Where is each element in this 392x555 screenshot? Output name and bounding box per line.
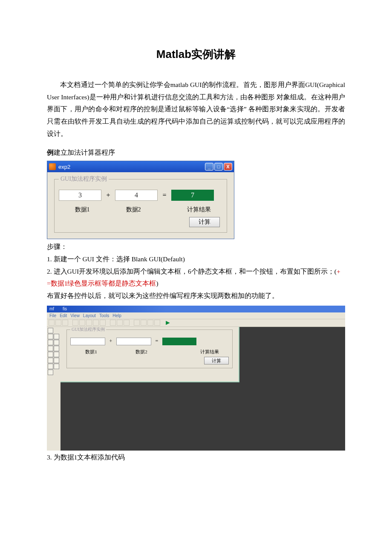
palette-popup-icon[interactable]	[48, 352, 53, 357]
example-rest: 建立加法计算器程序	[54, 149, 115, 156]
toolbar-undo-icon[interactable]	[93, 320, 99, 326]
design-plus: +	[107, 338, 115, 344]
step2-text-b: )	[156, 280, 159, 287]
toolbar-open-icon[interactable]	[55, 320, 61, 326]
palette-radio-icon[interactable]	[48, 340, 53, 345]
page-title: Matlab实例讲解	[47, 47, 345, 62]
toolbar-align-icon[interactable]	[110, 320, 116, 326]
design-groupbox: GUI加法程序实例 + = 数据1 数据2 计算结果	[66, 330, 233, 368]
toolbar-cut-icon[interactable]	[72, 320, 78, 326]
window-title: exp2	[58, 164, 70, 170]
guide-editor-window: mf fis File Edit View Layout Tools Help	[47, 306, 345, 451]
close-button[interactable]: X	[224, 163, 232, 171]
palette-checkbox-icon[interactable]	[54, 340, 59, 345]
palette-toggle-icon[interactable]	[48, 358, 53, 363]
example-heading: 例建立加法计算器程序	[47, 148, 345, 157]
palette-axes-icon[interactable]	[48, 364, 53, 369]
palette-pushbutton-icon[interactable]	[48, 334, 53, 339]
step-1: 1. 新建一个 GUI 文件：选择 Blank GUI(Default)	[47, 253, 345, 266]
guide-titlebar: mf fis	[47, 306, 345, 312]
component-palette	[47, 327, 61, 451]
toolbar-copy-icon[interactable]	[79, 320, 85, 326]
maximize-button[interactable]: □	[214, 163, 223, 171]
palette-slider-icon[interactable]	[54, 334, 59, 339]
design-canvas[interactable]: GUI加法程序实例 + = 数据1 数据2 计算结果	[61, 327, 345, 451]
design-input-row: + =	[70, 338, 229, 345]
toolbar-mfile-icon[interactable]	[147, 320, 153, 326]
result-display: 7	[171, 190, 214, 201]
menu-view[interactable]: View	[70, 313, 80, 318]
menu-layout[interactable]: Layout	[83, 313, 96, 318]
example-bold: 例	[47, 149, 54, 156]
design-label-row: 数据1 数据2 计算结果	[70, 349, 229, 355]
step2-text-c: 布置好各控件以后，就可以来为这些控件编写程序来实现两数相加的功能了。	[47, 290, 345, 302]
window-buttons: _ □ X	[205, 163, 232, 171]
step2-text-a: 2. 进入GUI开发环境以后添加两个编辑文本框，6个静态文本框，和一个按钮，布置…	[47, 268, 337, 275]
input-row: 3 + 4 = 7	[59, 190, 222, 201]
guide-title-right: fis	[63, 306, 67, 311]
toolbar-prop-icon[interactable]	[141, 320, 147, 326]
design-button-row: 计算	[70, 357, 229, 364]
guide-content: GUI加法程序实例 + = 数据1 数据2 计算结果	[47, 327, 345, 451]
palette-buttongroup-icon[interactable]	[48, 370, 53, 375]
palette-table-icon[interactable]	[54, 358, 59, 363]
menu-tools[interactable]: Tools	[99, 313, 109, 318]
design-equals: =	[153, 338, 161, 344]
intro-paragraph: 本文档通过一个简单的实例让你学会matlab GUI的制作流程。首先，图形用户界…	[47, 79, 345, 140]
design-calc-button[interactable]: 计算	[204, 357, 229, 364]
design-form[interactable]: GUI加法程序实例 + = 数据1 数据2 计算结果	[61, 327, 239, 382]
label-row: 数据1 数据2 计算结果	[59, 206, 222, 214]
button-row: 计算	[59, 217, 222, 227]
guide-menubar: File Edit View Layout Tools Help	[47, 312, 345, 319]
design-label2: 数据2	[121, 349, 162, 355]
palette-edit-icon[interactable]	[48, 346, 53, 351]
label-data1: 数据1	[59, 206, 106, 214]
toolbar-tab-icon[interactable]	[124, 320, 130, 326]
canvas-grid-bottom	[61, 382, 345, 451]
design-result	[162, 338, 196, 345]
toolbar-redo-icon[interactable]	[100, 320, 106, 326]
gui-groupbox: GUI加法程序实例 3 + 4 = 7 数据1 数据2 计算结果 计算	[54, 179, 227, 233]
toolbar-new-icon[interactable]	[49, 320, 55, 326]
menu-edit[interactable]: Edit	[60, 313, 67, 318]
menu-file[interactable]: File	[49, 313, 56, 318]
toolbar-save-icon[interactable]	[62, 320, 68, 326]
palette-select-icon[interactable]	[48, 328, 53, 333]
palette-panel-icon[interactable]	[54, 364, 59, 369]
matlab-icon	[49, 163, 56, 170]
input-data2[interactable]: 4	[115, 190, 158, 201]
toolbar-browser-icon[interactable]	[154, 320, 160, 326]
label-data2: 数据2	[106, 206, 161, 214]
equals-label: =	[159, 191, 170, 199]
steps-block: 步骤： 1. 新建一个 GUI 文件：选择 Blank GUI(Default)…	[47, 241, 345, 302]
guide-toolbar: ►	[47, 319, 345, 327]
exp2-window: exp2 _ □ X GUI加法程序实例 3 + 4 = 7 数据1 数据2 计…	[47, 161, 234, 239]
input-data1[interactable]: 3	[59, 190, 101, 201]
groupbox-legend: GUI加法程序实例	[59, 175, 109, 183]
calculate-button[interactable]: 计算	[189, 217, 220, 227]
design-input2[interactable]	[116, 338, 151, 345]
menu-help[interactable]: Help	[112, 313, 121, 318]
toolbar-paste-icon[interactable]	[86, 320, 92, 326]
step-3: 3. 为数据1文本框添加代码	[47, 451, 345, 464]
toolbar-object-icon[interactable]	[134, 320, 140, 326]
design-input1[interactable]	[70, 338, 105, 345]
minimize-button[interactable]: _	[205, 163, 213, 171]
design-legend: GUI加法程序实例	[70, 327, 106, 332]
titlebar: exp2 _ □ X	[47, 161, 234, 172]
step-2: 2. 进入GUI开发环境以后添加两个编辑文本框，6个静态文本框，和一个按钮，布置…	[47, 266, 345, 290]
palette-listbox-icon[interactable]	[54, 352, 59, 357]
steps-header: 步骤：	[47, 241, 345, 253]
guide-title-left: mf	[49, 306, 54, 311]
label-result: 计算结果	[176, 206, 222, 214]
plus-label: +	[103, 191, 113, 199]
palette-text-icon[interactable]	[54, 346, 59, 351]
design-label3: 计算结果	[190, 349, 229, 355]
toolbar-run-icon[interactable]: ►	[164, 319, 171, 327]
design-label1: 数据1	[70, 349, 112, 355]
toolbar-menu-icon[interactable]	[117, 320, 123, 326]
